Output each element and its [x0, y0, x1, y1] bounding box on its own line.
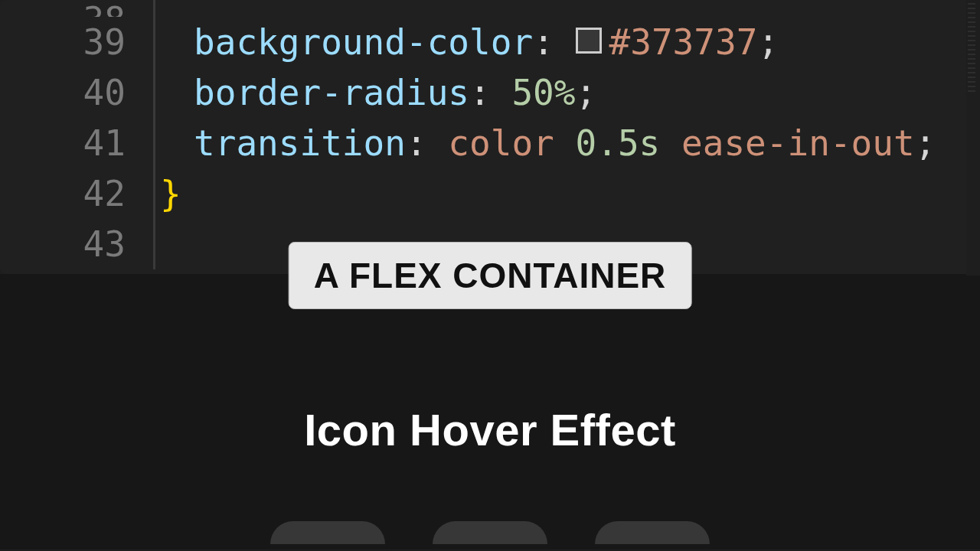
- css-value: 50%: [511, 67, 575, 118]
- line-number: 43: [0, 219, 126, 269]
- line-number: 39: [0, 17, 126, 67]
- icon-row: [270, 521, 710, 544]
- css-easing: ease-in-out: [681, 118, 915, 168]
- line-number: 42: [0, 168, 126, 219]
- color-swatch-icon[interactable]: [576, 28, 602, 54]
- code-line-41[interactable]: transition: color 0.5s ease-in-out;: [155, 118, 936, 168]
- line-number: 40: [0, 67, 126, 118]
- colon: :: [406, 118, 448, 168]
- minimap[interactable]: [966, 0, 980, 276]
- colon: :: [469, 67, 511, 118]
- preview-title: Icon Hover Effect: [304, 404, 676, 455]
- css-property: border-radius: [194, 67, 469, 118]
- code-line-38[interactable]: color: #7a7a7a;: [155, 0, 936, 17]
- code-line-42[interactable]: }: [153, 168, 936, 219]
- code-editor-pane[interactable]: 38 39 40 41 42 43 color: #7a7a7a; backgr…: [0, 0, 980, 274]
- semicolon: ;: [757, 17, 779, 67]
- css-property: transition: [194, 118, 406, 168]
- semicolon: ;: [915, 118, 936, 168]
- css-property: background-color: [194, 17, 533, 67]
- css-hex-value: #373737: [609, 17, 758, 67]
- line-number-gutter: 38 39 40 41 42 43: [0, 0, 153, 269]
- caption-overlay: A FLEX CONTAINER: [289, 242, 692, 309]
- preview-pane: Icon Hover Effect: [0, 274, 980, 549]
- social-icon-button[interactable]: [270, 521, 385, 544]
- code-content[interactable]: color: #7a7a7a; background-color: #37373…: [153, 0, 936, 269]
- css-duration: 0.5s: [576, 118, 661, 168]
- semicolon: ;: [576, 67, 597, 118]
- code-line-39[interactable]: background-color: #373737;: [155, 17, 936, 67]
- code-line-40[interactable]: border-radius: 50%;: [155, 67, 936, 118]
- social-icon-button[interactable]: [595, 521, 710, 544]
- social-icon-button[interactable]: [433, 521, 547, 544]
- css-value: color: [448, 118, 554, 168]
- line-number: 41: [0, 118, 126, 168]
- closing-brace: }: [160, 168, 181, 219]
- colon: :: [533, 17, 575, 67]
